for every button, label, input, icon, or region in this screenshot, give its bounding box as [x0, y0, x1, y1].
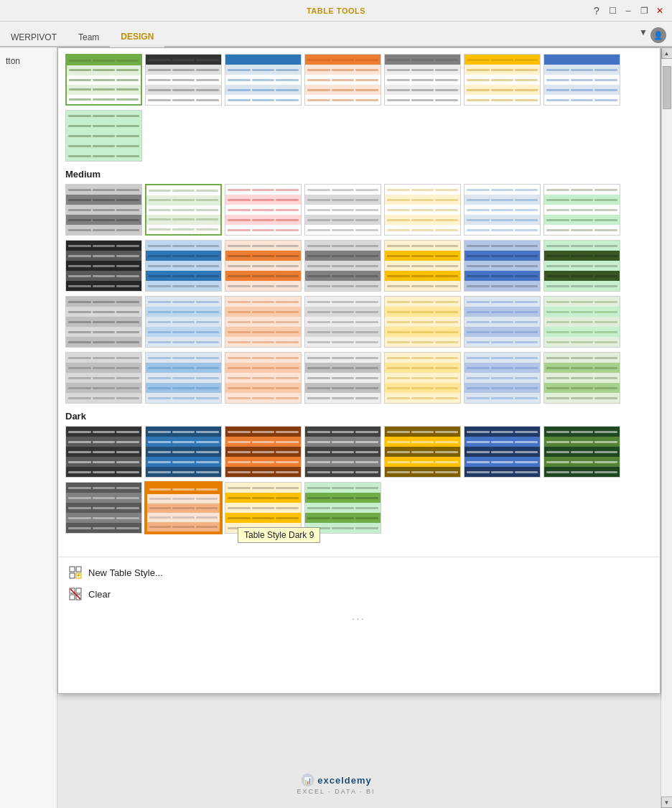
new-table-style-button[interactable]: ✦ New Table Style...: [65, 562, 653, 583]
table-style-medium-26[interactable]: [384, 352, 461, 404]
table-style-dark-3[interactable]: [225, 426, 302, 478]
light-styles-row1: [65, 54, 653, 106]
table-style-medium-21[interactable]: [543, 296, 620, 348]
table-style-medium-15[interactable]: [65, 296, 142, 348]
ribbon-tabs: WERPIVOT Team DESIGN ▼ 👤: [0, 22, 672, 47]
medium-styles-row2: [65, 240, 653, 292]
help-button[interactable]: ?: [590, 4, 603, 17]
table-style-light-6[interactable]: [464, 54, 541, 106]
table-style-dark-2[interactable]: [145, 426, 222, 478]
svg-rect-1: [76, 567, 81, 572]
table-style-medium-17[interactable]: [225, 296, 302, 348]
restore-button[interactable]: ☐: [606, 4, 619, 17]
table-style-medium-11[interactable]: [304, 240, 381, 292]
dark-styles-row2: [65, 482, 653, 534]
table-style-medium-7[interactable]: [543, 184, 620, 236]
table-style-light-1[interactable]: [65, 54, 142, 106]
table-style-medium-12[interactable]: [384, 240, 461, 292]
ribbon-dropdown-icon[interactable]: ▼: [639, 27, 648, 43]
table-style-medium-3[interactable]: [225, 184, 302, 236]
light-styles-row2: [65, 110, 653, 162]
table-style-medium-22[interactable]: [65, 352, 142, 404]
scroll-down-button[interactable]: ▼: [661, 797, 673, 808]
table-style-medium-23[interactable]: [145, 352, 222, 404]
table-style-dark-8[interactable]: [65, 482, 142, 534]
sidebar-label: tton: [3, 53, 23, 69]
table-style-light-4[interactable]: [304, 54, 381, 106]
medium-styles-row4: [65, 352, 653, 404]
tab-design[interactable]: DESIGN: [110, 27, 164, 47]
table-style-medium-13[interactable]: [464, 240, 541, 292]
table-style-dark-7[interactable]: [543, 426, 620, 478]
svg-text:📊: 📊: [304, 776, 312, 785]
maximize-button[interactable]: ❐: [638, 4, 650, 17]
branding-sub: EXCEL · DATA · BI: [297, 788, 375, 795]
scroll-thumb[interactable]: [663, 66, 671, 109]
medium-section-label: Medium: [65, 169, 653, 180]
clear-icon: [68, 587, 83, 601]
table-style-medium-18[interactable]: [304, 296, 381, 348]
svg-rect-7: [70, 595, 75, 600]
svg-rect-6: [76, 588, 81, 593]
minimize-button[interactable]: –: [622, 4, 635, 17]
table-style-medium-24[interactable]: [225, 352, 302, 404]
table-style-medium-10[interactable]: [225, 240, 302, 292]
sidebar: tton: [0, 47, 57, 808]
svg-line-9: [70, 589, 80, 599]
table-style-dark-6[interactable]: [464, 426, 541, 478]
medium-styles-row1: [65, 184, 653, 236]
table-style-medium-16[interactable]: [145, 296, 222, 348]
svg-rect-0: [70, 567, 75, 572]
table-style-medium-9[interactable]: [145, 240, 222, 292]
table-style-medium-19[interactable]: [384, 296, 461, 348]
table-style-light-7[interactable]: [543, 54, 620, 106]
table-style-medium-14[interactable]: [543, 240, 620, 292]
more-dots: ...: [58, 609, 660, 625]
table-style-medium-27[interactable]: [464, 352, 541, 404]
table-style-dark-5[interactable]: [384, 426, 461, 478]
table-style-medium-2[interactable]: [145, 184, 222, 236]
table-style-medium-20[interactable]: [464, 296, 541, 348]
title-bar-controls: ? ☐ – ❐ ✕: [590, 4, 666, 17]
dark-styles-row1: [65, 426, 653, 478]
table-style-dark-1[interactable]: [65, 426, 142, 478]
table-style-medium-6[interactable]: [464, 184, 541, 236]
table-style-light-3[interactable]: [225, 54, 302, 106]
content-row: tton: [0, 47, 672, 808]
dark-section-label: Dark: [65, 411, 653, 422]
account-icon: 👤: [650, 27, 666, 43]
branding-name: exceldemy: [317, 775, 372, 786]
table-style-dark-9[interactable]: [145, 482, 222, 534]
table-style-medium-5[interactable]: [384, 184, 461, 236]
table-style-medium-25[interactable]: [304, 352, 381, 404]
close-button[interactable]: ✕: [653, 4, 666, 17]
svg-text:✦: ✦: [76, 572, 81, 579]
table-style-dark-11[interactable]: [304, 482, 381, 534]
table-style-dark-10[interactable]: [225, 482, 302, 534]
table-style-panel: Medium: [57, 47, 661, 694]
table-style-light-2[interactable]: [145, 54, 222, 106]
table-style-medium-1[interactable]: [65, 184, 142, 236]
new-table-style-label: New Table Style...: [88, 567, 163, 578]
table-style-medium-4[interactable]: [304, 184, 381, 236]
table-style-medium-28[interactable]: [543, 352, 620, 404]
clear-button[interactable]: Clear: [65, 583, 653, 605]
scroll-track[interactable]: [662, 59, 672, 797]
clear-label: Clear: [88, 589, 111, 600]
exceldemy-logo-icon: 📊: [300, 773, 314, 787]
table-style-medium-8[interactable]: [65, 240, 142, 292]
new-table-icon: ✦: [68, 565, 83, 580]
ribbon-right: ▼ 👤: [639, 27, 666, 43]
svg-rect-2: [70, 573, 75, 578]
tab-werpivot[interactable]: WERPIVOT: [0, 27, 67, 47]
table-style-dark-4[interactable]: [304, 426, 381, 478]
tab-team[interactable]: Team: [67, 27, 110, 47]
scrollbar[interactable]: ▲ ▼: [661, 47, 672, 808]
table-style-light-5[interactable]: [384, 54, 461, 106]
table-style-light-8[interactable]: [65, 110, 142, 162]
title-bar: TABLE TOOLS ? ☐ – ❐ ✕: [0, 0, 672, 22]
title-bar-text: TABLE TOOLS: [307, 6, 365, 15]
medium-styles-row3: [65, 296, 653, 348]
scroll-up-button[interactable]: ▲: [661, 47, 673, 59]
panel-actions: ✦ New Table Style...: [58, 557, 660, 609]
